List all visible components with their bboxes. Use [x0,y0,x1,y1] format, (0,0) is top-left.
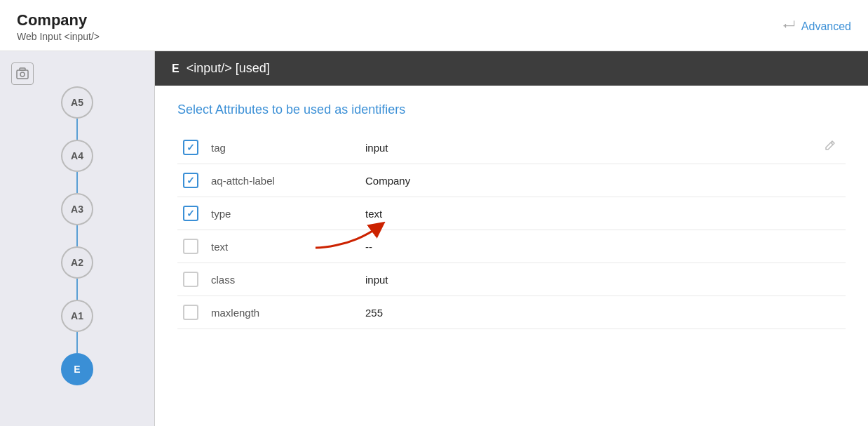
attribute-value: input [360,131,818,164]
attributes-title: Select Attributes to be used as identifi… [177,102,846,117]
attributes-table: ✓taginput✓aq-attch-labelCompany✓typetext… [177,131,846,329]
table-row: text-- [177,230,846,263]
svg-point-2 [20,72,25,77]
checkmark-icon: ✓ [187,175,195,185]
attribute-name: maxlength [205,296,360,329]
page-title: Company [17,11,100,29]
checkbox-aq-attch-label[interactable]: ✓ [183,173,198,188]
checkbox-class[interactable] [183,272,198,287]
node-line [76,279,78,300]
page-subtitle: Web Input <input/> [17,31,100,42]
attribute-panel: E <input/> [used] Select Attributes to b… [154,51,868,426]
attribute-name: tag [205,131,360,164]
node-line [76,225,78,246]
node-a1[interactable]: A1 [61,300,93,332]
attribute-value: input [360,263,818,296]
main-content: A5 A4 A3 A2 A1 E [0,51,868,426]
nodes-container: A5 A4 A3 A2 A1 E [61,86,93,385]
node-line [76,332,78,353]
attribute-value: text [360,197,818,230]
edit-icon[interactable] [823,142,836,154]
node-a2[interactable]: A2 [61,246,93,279]
panel-header: E <input/> [used] [155,51,868,86]
header-right: ⮠ Advanced [783,20,851,34]
table-row: ✓taginput [177,131,846,164]
svg-rect-1 [20,68,25,70]
checkbox-type[interactable]: ✓ [183,206,198,221]
checkbox-text[interactable] [183,239,198,254]
table-row: classinput [177,263,846,296]
node-a4[interactable]: A4 [61,140,93,172]
table-row: ✓aq-attch-labelCompany [177,164,846,197]
attribute-name: aq-attch-label [205,164,360,197]
panel-header-e: E [172,62,179,75]
panel-wrapper: E <input/> [used] Select Attributes to b… [154,51,868,426]
panel-header-text: <input/> [used] [187,61,270,76]
node-a5[interactable]: A5 [61,86,93,119]
checkmark-icon: ✓ [187,208,195,218]
node-line [76,119,78,140]
attribute-name: type [205,197,360,230]
table-row: maxlength255 [177,296,846,329]
checkbox-maxlength[interactable] [183,305,198,320]
checkmark-icon: ✓ [187,142,195,152]
attribute-value: Company [360,164,818,197]
advanced-link[interactable]: Advanced [801,20,851,33]
advanced-icon: ⮠ [783,20,796,34]
attribute-value: 255 [360,296,818,329]
svg-rect-0 [17,70,28,79]
app-header: Company Web Input <input/> ⮠ Advanced [0,0,868,51]
checkbox-tag[interactable]: ✓ [183,140,198,155]
attribute-name: class [205,263,360,296]
header-left: Company Web Input <input/> [17,11,100,42]
node-e[interactable]: E [61,353,93,385]
attribute-value: -- [360,230,818,263]
node-line [76,172,78,193]
node-a3[interactable]: A3 [61,193,93,225]
attribute-name: text [205,230,360,263]
panel-content: Select Attributes to be used as identifi… [155,86,868,346]
sidebar: A5 A4 A3 A2 A1 E [0,51,154,426]
capture-icon[interactable] [11,62,34,85]
table-row: ✓typetext [177,197,846,230]
